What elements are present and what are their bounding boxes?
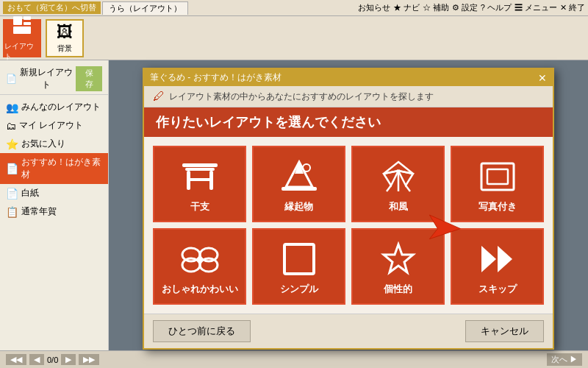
omote-switch-button[interactable]: おもて（宛て名）へ切替 xyxy=(3,1,101,14)
next-button[interactable]: 次へ ▶ xyxy=(547,353,582,366)
svg-rect-2 xyxy=(24,22,31,25)
svg-marker-30 xyxy=(498,246,512,272)
save-button[interactable]: 保存 xyxy=(76,66,102,91)
photo-icon xyxy=(477,159,518,194)
grid-cell-simple[interactable]: シンプル xyxy=(252,228,345,305)
svg-rect-8 xyxy=(187,178,213,181)
svg-rect-3 xyxy=(13,26,31,34)
grid-cell-unique[interactable]: 個性的 xyxy=(351,228,445,305)
svg-rect-4 xyxy=(182,163,218,167)
skip-label: スキップ xyxy=(478,283,517,296)
modal-grid: 干支 縁起物 xyxy=(144,137,553,314)
back-button[interactable]: ひとつ前に戻る xyxy=(153,320,251,342)
tab-layout[interactable]: レイアウト xyxy=(3,19,41,57)
tab-bg-label: 背景 xyxy=(57,43,72,54)
cancel-button[interactable]: キャンセル xyxy=(465,320,544,342)
grid-cell-photo[interactable]: 写真付き xyxy=(451,146,544,222)
svg-point-25 xyxy=(197,257,203,263)
page-info: 0/0 xyxy=(47,355,58,364)
grid-cell-cute[interactable]: おしゃれかわいい xyxy=(153,228,246,305)
second-bar: レイアウト 🖼 背景 xyxy=(0,16,588,60)
unique-label: 個性的 xyxy=(384,283,412,296)
grid-cell-eto[interactable]: 干支 xyxy=(153,146,246,222)
my-icon: 🗂 xyxy=(6,120,16,132)
grid-cell-skip[interactable]: スキップ xyxy=(451,228,544,305)
last-page-button[interactable]: ▶▶ xyxy=(79,354,99,365)
content-area: 筆ぐるめ - おすすめ！はがき素材 ✕ 🖊 レイアウト素材の中からあなたにおすす… xyxy=(109,60,588,350)
fuji-icon xyxy=(279,159,320,194)
cute-label: おしゃれかわいい xyxy=(162,283,238,296)
photo-label: 写真付き xyxy=(478,200,517,213)
ribbon-icon xyxy=(179,241,220,277)
tab-bg[interactable]: 🖼 背景 xyxy=(46,19,84,57)
svg-line-17 xyxy=(406,185,410,191)
bottom-nav: ◀◀ ◀ 0/0 ▶ ▶▶ xyxy=(6,354,99,365)
modal-title: 筆ぐるめ - おすすめ！はがき素材 xyxy=(150,71,282,84)
sidebar-item-blank[interactable]: 📄 白紙 xyxy=(0,184,108,202)
square-icon xyxy=(279,241,320,277)
modal-overlay: 筆ぐるめ - おすすめ！はがき素材 ✕ 🖊 レイアウト素材の中からあなたにおすす… xyxy=(109,60,588,350)
modal-close-button[interactable]: ✕ xyxy=(538,72,547,84)
bg-icon: 🖼 xyxy=(57,23,73,42)
grid-cell-wafuu[interactable]: 和風 xyxy=(351,146,445,222)
navi-button[interactable]: ★ ナビ xyxy=(393,2,420,13)
svg-rect-19 xyxy=(481,163,514,190)
new-layout-icon: 📄 xyxy=(6,74,17,84)
sidebar-item-recommend[interactable]: 📄 おすすめ！はがき素材 xyxy=(0,153,108,184)
simple-label: シンプル xyxy=(280,283,318,296)
svg-marker-15 xyxy=(384,171,398,185)
grid-cell-engimono[interactable]: 縁起物 xyxy=(252,146,345,222)
nenga-icon: 📋 xyxy=(6,206,18,218)
sidebar-item-nenga[interactable]: 📋 通常年賀 xyxy=(0,202,108,221)
modal: 筆ぐるめ - おすすめ！はがき素材 ✕ 🖊 レイアウト素材の中からあなたにおすす… xyxy=(143,68,554,350)
prev-page-button[interactable]: ◀ xyxy=(29,354,44,365)
minna-icon: 👥 xyxy=(6,102,18,113)
skip-icon xyxy=(477,241,518,277)
blank-icon: 📄 xyxy=(6,188,18,199)
help-button[interactable]: ? ヘルプ xyxy=(481,2,512,13)
svg-rect-11 xyxy=(282,187,317,191)
next-page-button[interactable]: ▶ xyxy=(61,354,76,365)
notify-button[interactable]: お知らせ xyxy=(358,2,390,13)
tab-layout-label: レイアウト xyxy=(4,41,40,62)
engimono-label: 縁起物 xyxy=(284,200,313,213)
svg-rect-20 xyxy=(487,169,508,184)
sidebar-item-my[interactable]: 🗂 マイ レイアウト xyxy=(0,116,108,135)
sidebar: 📄 新規レイアウト 保存 👥 みんなのレイアウト 🗂 マイ レイアウト ⭐ お気… xyxy=(0,60,109,350)
new-layout-button[interactable]: 📄 新規レイアウト xyxy=(6,66,73,91)
svg-marker-14 xyxy=(398,171,413,185)
sidebar-item-minna[interactable]: 👥 みんなのレイアウト xyxy=(0,98,108,116)
svg-rect-5 xyxy=(185,168,215,171)
modal-subtitle: 🖊 レイアウト素材の中からあなたにおすすめのレイアウトを探します xyxy=(144,86,553,107)
bottom-bar: ◀◀ ◀ 0/0 ▶ ▶▶ 次へ ▶ xyxy=(0,350,588,368)
favorites-icon: ⭐ xyxy=(6,138,18,150)
ura-tab[interactable]: うら（レイアウト） xyxy=(102,1,188,15)
close-button[interactable]: ✕ 終了 xyxy=(560,2,585,13)
svg-rect-26 xyxy=(284,244,314,274)
svg-rect-0 xyxy=(13,16,22,25)
modal-heading: 作りたいレイアウトを選んでください xyxy=(144,107,553,137)
svg-point-12 xyxy=(303,164,310,171)
main-area: 📄 新規レイアウト 保存 👥 みんなのレイアウト 🗂 マイ レイアウト ⭐ お気… xyxy=(0,60,588,350)
star-icon xyxy=(378,241,419,277)
eto-label: 干支 xyxy=(190,200,209,213)
subtitle-icon: 🖊 xyxy=(153,90,165,103)
settings-button[interactable]: ⚙ 設定 xyxy=(452,2,478,13)
svg-line-18 xyxy=(387,185,391,191)
svg-marker-29 xyxy=(481,246,496,272)
first-page-button[interactable]: ◀◀ xyxy=(6,354,26,365)
top-bar: おもて（宛て名）へ切替 うら（レイアウト） お知らせ ★ ナビ ☆ 補助 ⚙ 設… xyxy=(0,0,588,16)
svg-rect-1 xyxy=(24,16,31,20)
top-right-nav: お知らせ ★ ナビ ☆ 補助 ⚙ 設定 ? ヘルプ ☰ メニュー ✕ 終了 xyxy=(358,2,586,13)
svg-marker-27 xyxy=(384,244,413,272)
wafuu-label: 和風 xyxy=(389,200,408,213)
recommend-icon: 📄 xyxy=(6,163,18,174)
layout-icon xyxy=(12,15,32,40)
modal-subtitle-text: レイアウト素材の中からあなたにおすすめのレイアウトを探します xyxy=(169,91,434,103)
menu-button[interactable]: ☰ メニュー xyxy=(514,2,557,13)
modal-footer: ひとつ前に戻る キャンセル xyxy=(144,314,553,348)
support-button[interactable]: ☆ 補助 xyxy=(423,2,449,13)
sidebar-item-favorites[interactable]: ⭐ お気に入り xyxy=(0,135,108,153)
modal-titlebar: 筆ぐるめ - おすすめ！はがき素材 ✕ xyxy=(144,69,553,86)
origami-icon xyxy=(378,159,419,194)
